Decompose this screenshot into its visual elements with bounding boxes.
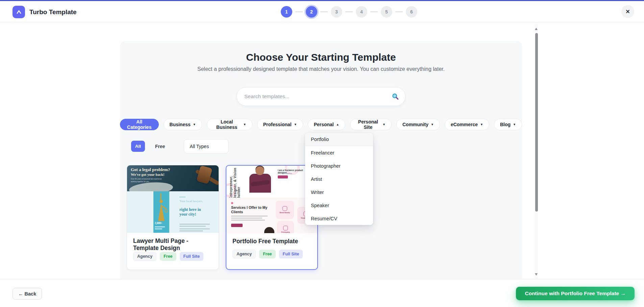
badge-agency: Agency <box>232 250 256 258</box>
badge-free: Free <box>259 250 275 258</box>
dropdown-item-speaker[interactable]: Speaker <box>305 199 373 212</box>
step-3: 3 <box>331 6 342 18</box>
template-title: Portfolio Free Template <box>232 238 311 245</box>
app-logo: Turbo Template <box>13 6 77 18</box>
step-connector <box>395 11 403 12</box>
category-label: Professional <box>263 122 292 127</box>
decor-bar <box>179 224 210 225</box>
decor-bar <box>231 220 265 221</box>
badge-full-site: Full Site <box>279 250 303 258</box>
justice-statue-image <box>153 193 169 223</box>
category-label: Personal Site <box>356 119 380 130</box>
footer: ← Back Continue with Portfolio Free Temp… <box>0 279 644 307</box>
scrollbar-thumb[interactable] <box>535 33 538 212</box>
chevron-down-icon: ▼ <box>382 123 386 126</box>
category-label: Local Business <box>213 119 241 130</box>
dropdown-item-portfolio[interactable]: Portfolio <box>305 133 373 146</box>
step-connector <box>345 11 353 12</box>
dropdown-item-resume-cv[interactable]: Resume/CV <box>305 212 373 225</box>
service-label: Prototyping <box>281 231 290 233</box>
thumb-headline: Got a legal problem? <box>131 167 170 172</box>
thumb-learn-button <box>231 224 243 227</box>
back-button[interactable]: ← Back <box>13 288 42 300</box>
step-4: 4 <box>356 6 367 18</box>
decor-dot <box>231 202 233 204</box>
step-connector <box>320 11 328 12</box>
header: Turbo Template 1 2 3 4 5 6 ✕ <box>0 1 644 22</box>
page-subtitle: Select a professionally designed templat… <box>120 66 522 72</box>
step-6: 6 <box>406 6 417 18</box>
close-button[interactable]: ✕ <box>621 5 634 18</box>
personal-dropdown-menu: Portfolio Freelancer Photographer Artist… <box>305 133 373 225</box>
category-label: Personal <box>314 122 334 127</box>
category-professional[interactable]: Professional ▼ <box>257 119 303 130</box>
template-card-portfolio-selected[interactable]: Entrepreneur, Designer, & Vision Builder… <box>226 165 318 270</box>
template-title: Lawyer Multi Page - Template Design <box>133 238 213 252</box>
scroll-up-arrow[interactable] <box>535 28 538 30</box>
thumbnail-hero-section: Got a legal problem? We've got your back… <box>127 165 219 191</box>
type-toggle-all[interactable]: All <box>131 141 145 152</box>
continue-button[interactable]: Continue with Portfolio Free Template → <box>516 287 635 300</box>
badge-row: Agency Free Full Site <box>133 252 203 261</box>
logo-icon <box>13 6 25 18</box>
chevron-down-icon: ▼ <box>480 123 483 126</box>
decor-bar <box>231 216 268 217</box>
thumb-tagline-bold: right here in your city! <box>179 207 206 217</box>
template-card-lawyer[interactable]: Got a legal problem? We've got your back… <box>127 165 219 270</box>
service-icon <box>283 226 288 230</box>
category-community[interactable]: Community ▼ <box>396 119 440 130</box>
thumb-tagline-light: Your local lawyers, <box>179 199 206 203</box>
template-card-grid: Got a legal problem? We've got your back… <box>127 165 318 270</box>
decor-bar <box>155 228 162 229</box>
decor-bar <box>179 228 210 229</box>
step-1: 1 <box>281 6 292 18</box>
statue-band: 2,000+ <box>153 191 169 233</box>
page-title: Choose Your Starting Template <box>120 52 522 63</box>
decor-bar <box>231 218 262 219</box>
service-tile: Brand Identity <box>276 201 294 219</box>
decor-bar <box>179 230 203 231</box>
types-select[interactable]: All Types <box>184 139 229 154</box>
service-icon <box>282 206 287 211</box>
category-label: All Categories <box>126 119 153 130</box>
category-filter-row: All Categories Business ▼ Local Business… <box>120 119 522 130</box>
type-toggle-free[interactable]: Free <box>155 144 165 149</box>
search-input[interactable] <box>244 93 392 100</box>
decor-bar <box>155 226 165 227</box>
badge-full-site: Full Site <box>180 252 204 261</box>
step-connector <box>295 11 303 12</box>
service-label: Brand Identity <box>280 212 290 214</box>
chevron-down-icon: ▼ <box>513 123 516 126</box>
dropdown-item-photographer[interactable]: Photographer <box>305 159 373 172</box>
scrollbar[interactable] <box>535 22 538 279</box>
step-connector <box>370 11 378 12</box>
category-personal-open[interactable]: Personal ▲ <box>308 119 345 130</box>
types-select-value: All Types <box>190 144 209 149</box>
template-thumbnail-portfolio: Entrepreneur, Designer, & Vision Builder… <box>226 166 317 233</box>
scroll-down-arrow[interactable] <box>535 273 538 276</box>
thumb-smalltext: Over 50 years of practical law experienc… <box>131 178 168 183</box>
chevron-down-icon: ▼ <box>193 123 196 126</box>
content-scroll-area: Choose Your Starting Template Select a p… <box>0 22 538 279</box>
dropdown-item-freelancer[interactable]: Freelancer <box>305 146 373 159</box>
dropdown-item-artist[interactable]: Artist <box>305 172 373 186</box>
category-personal-site[interactable]: Personal Site ▼ <box>350 119 392 130</box>
thumb-subheadline: We've got your back! <box>131 172 165 176</box>
thumb-services-heading: Services I Offer to My Clients <box>231 205 268 214</box>
step-indicator: 1 2 3 4 5 6 <box>281 1 417 22</box>
decor-bar <box>179 226 206 227</box>
thumb-cta-button <box>278 175 288 178</box>
category-ecommerce[interactable]: eCommerce ▼ <box>445 119 489 130</box>
category-blog[interactable]: Blog ▼ <box>494 119 522 130</box>
category-local-business[interactable]: Local Business ▼ <box>207 119 252 130</box>
search-icon[interactable] <box>392 93 399 100</box>
dropdown-item-writer[interactable]: Writer <box>305 186 373 199</box>
category-business[interactable]: Business ▼ <box>164 119 202 130</box>
badge-agency: Agency <box>133 252 156 261</box>
thumb-vertical-text: Entrepreneur, Designer, & Vision Builder <box>229 166 241 199</box>
close-icon: ✕ <box>625 8 630 15</box>
step-2-current: 2 <box>306 6 317 18</box>
category-all-categories[interactable]: All Categories <box>120 119 159 130</box>
step-5: 5 <box>381 6 392 18</box>
chevron-down-icon: ▼ <box>431 123 434 126</box>
